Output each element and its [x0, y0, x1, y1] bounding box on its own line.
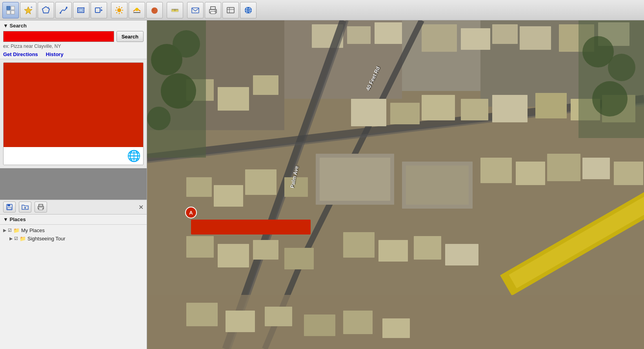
chevron-right-icon: ▶ [3, 228, 6, 233]
svg-line-24 [121, 7, 122, 8]
checkbox-icon[interactable]: ☑ [8, 228, 12, 233]
bottom-toolbar: ✕ [0, 200, 147, 214]
svg-line-23 [121, 12, 122, 13]
ruler-button[interactable] [167, 2, 183, 18]
list-item[interactable]: ▶ ☑ 📁 My Places [3, 226, 144, 234]
search-button[interactable]: Search [116, 31, 144, 42]
svg-text:+: + [65, 7, 67, 10]
toolbar: + + + + + [0, 0, 644, 20]
history-link[interactable]: History [46, 51, 64, 57]
list-item[interactable]: ▶ ☑ 📁 Sightseeing Tour [3, 234, 144, 243]
add-placemark-button[interactable]: + [20, 2, 36, 18]
svg-text:+: + [100, 6, 102, 9]
places-header: ▼ Places [0, 214, 147, 225]
web-globe-button[interactable] [240, 2, 257, 18]
svg-point-28 [151, 7, 158, 14]
save-button[interactable] [3, 202, 16, 213]
svg-rect-48 [7, 204, 10, 206]
map-view-button[interactable] [2, 2, 19, 18]
add-overlay-button[interactable]: + [73, 2, 89, 18]
search-section: ▼ Search Search ex: Pizza near Clayville… [0, 20, 147, 59]
places-section: ▼ Places ▶ ☑ 📁 My Places ▶ ☑ 📁 Sightseei… [0, 214, 147, 349]
svg-rect-12 [79, 9, 83, 11]
search-row: Search [3, 31, 144, 42]
close-button[interactable]: ✕ [138, 204, 144, 211]
svg-rect-36 [192, 8, 199, 13]
email-button[interactable] [187, 2, 204, 18]
svg-point-8 [60, 12, 61, 14]
left-panel: ▼ Search Search ex: Pizza near Clayville… [0, 20, 147, 349]
gray-spacer [0, 168, 147, 200]
preview-section: 🌐 [0, 59, 147, 168]
places-item-label: Sightseeing Tour [27, 236, 65, 242]
chevron-right-icon: ▶ [9, 236, 13, 241]
svg-point-17 [117, 8, 121, 12]
svg-text:+: + [83, 6, 85, 10]
preview-footer: 🌐 [4, 147, 143, 165]
mars-button[interactable] [146, 2, 163, 18]
sunrise-button[interactable] [129, 2, 145, 18]
svg-line-25 [116, 12, 117, 13]
map-overlay[interactable] [147, 20, 644, 349]
svg-rect-37 [211, 7, 215, 9]
svg-point-26 [135, 8, 138, 11]
view-maps-button[interactable] [222, 2, 239, 18]
print-result-button[interactable] [35, 202, 47, 213]
preview-image [4, 63, 143, 147]
map-area[interactable]: 40 Feet Rd Palm Ave A [147, 20, 644, 349]
record-tour-button[interactable]: + [91, 2, 107, 18]
places-item-label: My Places [21, 227, 45, 233]
places-content: ▶ ☑ 📁 My Places ▶ ☑ 📁 Sightseeing Tour [0, 225, 147, 244]
svg-text:+: + [31, 6, 33, 9]
preview-box: 🌐 [3, 62, 144, 165]
checkbox-icon[interactable]: ☑ [14, 236, 18, 241]
main-area: ▼ Search Search ex: Pizza near Clayville… [0, 20, 644, 349]
svg-rect-54 [39, 208, 43, 210]
svg-point-29 [153, 9, 154, 11]
svg-rect-14 [95, 8, 100, 13]
result-bar[interactable] [191, 220, 311, 234]
svg-rect-1 [11, 6, 15, 10]
svg-rect-0 [7, 6, 10, 10]
svg-rect-49 [7, 207, 11, 209]
new-folder-button[interactable] [19, 202, 31, 213]
search-hint: ex: Pizza near Clayville, NY [3, 44, 144, 49]
places-toggle[interactable]: ▼ Places [3, 216, 26, 222]
print-button[interactable] [205, 2, 221, 18]
search-toggle[interactable]: ▼ Search [3, 23, 27, 29]
svg-rect-41 [227, 7, 234, 13]
svg-point-40 [215, 10, 216, 11]
search-header: ▼ Search [3, 23, 144, 29]
search-links: Get Directions History [3, 51, 144, 57]
marker-a[interactable] [185, 207, 196, 218]
svg-text:+: + [47, 6, 49, 9]
globe-icon[interactable]: 🌐 [127, 149, 141, 162]
search-input[interactable] [3, 31, 114, 42]
add-polygon-button[interactable]: + [38, 2, 54, 18]
folder-icon: 📁 [20, 236, 26, 242]
svg-line-22 [116, 7, 117, 8]
get-directions-link[interactable]: Get Directions [3, 51, 38, 57]
svg-rect-2 [7, 11, 10, 14]
folder-icon: 📁 [13, 227, 20, 233]
sun-button[interactable] [111, 2, 127, 18]
svg-rect-3 [11, 11, 15, 14]
add-path-button[interactable]: + [55, 2, 72, 18]
svg-rect-39 [211, 11, 215, 14]
